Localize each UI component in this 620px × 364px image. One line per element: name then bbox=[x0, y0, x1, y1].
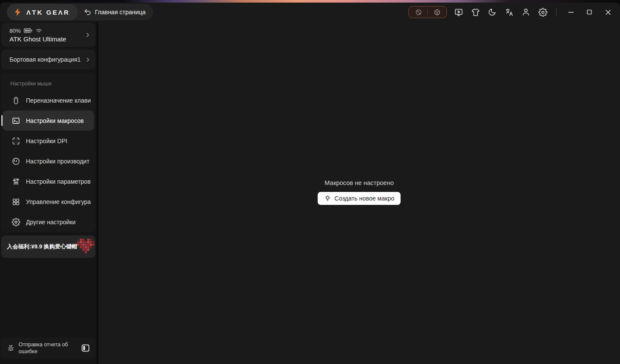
blocked-icon[interactable] bbox=[413, 7, 424, 17]
terminal-icon bbox=[12, 116, 20, 125]
nav-item-other-settings[interactable]: Другие настройки bbox=[3, 212, 94, 232]
screen-play-icon[interactable] bbox=[453, 7, 464, 17]
nav-item-label: Настройки параметров bbox=[26, 178, 92, 185]
nav-item-label: Настройки DPI bbox=[26, 138, 92, 144]
nav-item-label: Настройки макросов bbox=[26, 117, 92, 124]
brand-home-button[interactable]: ΛTK GEΛR bbox=[7, 4, 78, 20]
mouse-settings-nav: Настройки мыши Переназначение клави bbox=[1, 73, 95, 232]
create-macro-button[interactable]: Создать новое макро bbox=[318, 192, 401, 205]
gauge-icon bbox=[12, 157, 20, 166]
heart-keycap-image bbox=[77, 238, 95, 255]
nav-item-dpi-settings[interactable]: Настройки DPI bbox=[3, 131, 94, 151]
create-macro-label: Создать новое макро bbox=[335, 195, 394, 202]
titlebar-right-group bbox=[408, 6, 614, 18]
app-window: ΛTK GEΛR Главная страница bbox=[0, 3, 620, 364]
main-content: Макросов не настроено Создать новое макр… bbox=[98, 22, 620, 364]
back-undo-icon[interactable] bbox=[84, 8, 92, 16]
sidebar-spacer bbox=[1, 258, 95, 337]
device-name: ATK Ghost Ultimate bbox=[9, 35, 84, 43]
battery-percentage: 80% bbox=[9, 28, 21, 34]
nav-item-label: Переназначение клави bbox=[26, 97, 92, 104]
error-report-row: Отправка отчета об ошибке bbox=[1, 337, 95, 359]
macro-empty-state: Макросов не настроено Создать новое макр… bbox=[318, 179, 401, 205]
titlebar-left-group: ΛTK GEΛR Главная страница bbox=[7, 4, 153, 20]
active-indicator bbox=[1, 115, 3, 126]
nav-item-parameter-settings[interactable]: Настройки параметров bbox=[3, 171, 94, 191]
promo-banner[interactable]: 入会福利:¥9.9 换购爱心键帽 bbox=[1, 235, 95, 258]
wifi-icon bbox=[35, 28, 42, 34]
settings-gear-icon[interactable] bbox=[538, 7, 548, 17]
titlebar-divider bbox=[556, 8, 557, 16]
user-icon[interactable] bbox=[521, 7, 531, 17]
battery-icon bbox=[24, 28, 32, 33]
collapse-sidebar-icon[interactable] bbox=[81, 343, 90, 353]
nav-item-key-remap[interactable]: Переназначение клави bbox=[3, 90, 94, 110]
translate-icon[interactable] bbox=[504, 7, 514, 17]
nav-item-macro-settings[interactable]: Настройки макросов bbox=[3, 110, 94, 131]
tshirt-icon[interactable] bbox=[470, 7, 481, 17]
lightning-logo-icon bbox=[13, 7, 22, 17]
brand-name: ΛTK GEΛR bbox=[26, 9, 70, 16]
promo-text: 入会福利:¥9.9 换购爱心键帽 bbox=[7, 243, 77, 251]
nav-item-label: Управление конфигура bbox=[26, 198, 92, 205]
empty-state-title: Макросов не настроено bbox=[318, 179, 401, 186]
nav-item-label: Настройки производит bbox=[26, 158, 92, 165]
moon-icon[interactable] bbox=[487, 7, 497, 17]
nav-section-label: Настройки мыши bbox=[1, 77, 95, 90]
onboard-config-label: Бортовая конфигурация1 bbox=[9, 56, 85, 63]
dpi-target-icon bbox=[12, 137, 20, 145]
bulb-icon bbox=[324, 195, 331, 202]
device-card[interactable]: 80% bbox=[1, 23, 95, 47]
error-report-label: Отправка отчета об ошибке bbox=[19, 341, 77, 355]
grid-icon bbox=[12, 198, 20, 206]
minimize-icon[interactable] bbox=[565, 6, 577, 18]
bug-icon bbox=[7, 344, 15, 352]
titlebar: ΛTK GEΛR Главная страница bbox=[0, 3, 620, 22]
sidebar: 80% bbox=[0, 22, 98, 364]
chevron-right-icon bbox=[85, 56, 91, 63]
nav-item-performance-settings[interactable]: Настройки производит bbox=[3, 151, 94, 171]
sliders-icon bbox=[12, 177, 20, 186]
page-title: Главная страница bbox=[95, 9, 146, 16]
maximize-icon[interactable] bbox=[583, 6, 595, 18]
nav-item-label: Другие настройки bbox=[26, 219, 92, 226]
onboard-config-selector[interactable]: Бортовая конфигурация1 bbox=[1, 50, 95, 69]
device-info: 80% bbox=[9, 28, 84, 43]
mouse-icon bbox=[12, 96, 20, 105]
close-icon[interactable] bbox=[602, 6, 614, 18]
chevron-right-icon bbox=[84, 31, 91, 38]
box-3d-icon[interactable] bbox=[432, 7, 442, 17]
gear-icon bbox=[12, 218, 20, 226]
device-mode-pill bbox=[408, 6, 447, 18]
pill-divider bbox=[427, 9, 428, 15]
nav-item-config-management[interactable]: Управление конфигура bbox=[3, 191, 94, 212]
